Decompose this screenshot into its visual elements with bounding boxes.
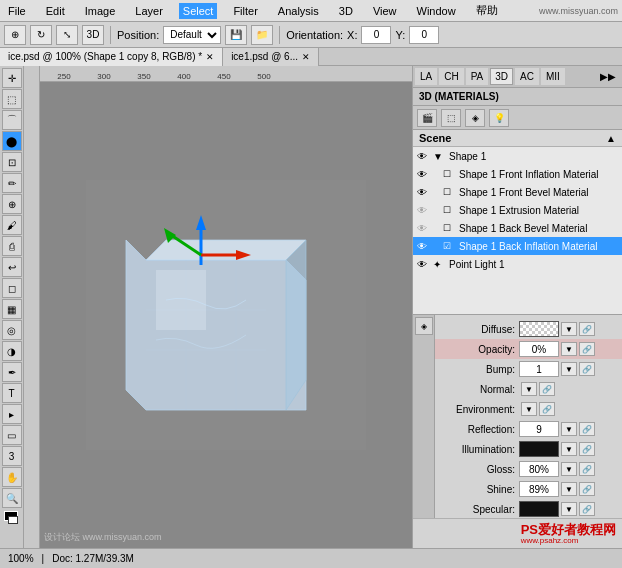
toolbar-save-btn[interactable]: 💾: [225, 25, 247, 45]
menu-edit[interactable]: Edit: [42, 3, 69, 19]
panel-material-btn[interactable]: ◈: [465, 109, 485, 127]
tree-item-front-bevel[interactable]: 👁 ☐ Shape 1 Front Bevel Material: [413, 183, 622, 201]
reflection-link-btn[interactable]: 🔗: [579, 422, 595, 436]
tool-crop[interactable]: ⊡: [2, 152, 22, 172]
opacity-link-btn[interactable]: 🔗: [579, 342, 595, 356]
y-input[interactable]: [409, 26, 439, 44]
scene-collapse-btn[interactable]: ▲: [606, 133, 616, 144]
tree-item-back-bevel[interactable]: 👁 ☐ Shape 1 Back Bevel Material: [413, 219, 622, 237]
panel-tab-3d[interactable]: 3D: [490, 68, 513, 85]
tool-3d[interactable]: 3: [2, 446, 22, 466]
panel-tab-ac[interactable]: AC: [515, 68, 539, 85]
menu-window[interactable]: Window: [413, 3, 460, 19]
diffuse-swatch[interactable]: [519, 321, 559, 337]
tree-item-point-light[interactable]: 👁 ✦ Point Light 1: [413, 255, 622, 273]
eye-icon-bb[interactable]: 👁: [417, 223, 431, 234]
menu-select[interactable]: Select: [179, 3, 218, 19]
tool-pen[interactable]: ✒: [2, 362, 22, 382]
menu-help[interactable]: 帮助: [472, 1, 502, 20]
gloss-options-btn[interactable]: ▼: [561, 462, 577, 476]
toolbar-3d-btn[interactable]: 3D: [82, 25, 104, 45]
tool-eraser[interactable]: ◻: [2, 278, 22, 298]
mat-diffuse-tool[interactable]: ◈: [415, 317, 433, 335]
env-options-btn[interactable]: ▼: [521, 402, 537, 416]
specular-link-btn[interactable]: 🔗: [579, 502, 595, 516]
normal-options-btn[interactable]: ▼: [521, 382, 537, 396]
tool-zoom[interactable]: 🔍: [2, 488, 22, 508]
normal-link-btn[interactable]: 🔗: [539, 382, 555, 396]
menu-3d[interactable]: 3D: [335, 3, 357, 19]
tool-type[interactable]: T: [2, 383, 22, 403]
panel-scene-btn[interactable]: 🎬: [417, 109, 437, 127]
eye-icon-fb[interactable]: 👁: [417, 187, 431, 198]
tool-marquee[interactable]: ⬚: [2, 89, 22, 109]
illumination-options-btn[interactable]: ▼: [561, 442, 577, 456]
tool-blur[interactable]: ◎: [2, 320, 22, 340]
tool-hand[interactable]: ✋: [2, 467, 22, 487]
menu-analysis[interactable]: Analysis: [274, 3, 323, 19]
tool-path-select[interactable]: ▸: [2, 404, 22, 424]
toolbar-load-btn[interactable]: 📁: [251, 25, 273, 45]
tree-item-front-inflation[interactable]: 👁 ☐ Shape 1 Front Inflation Material: [413, 165, 622, 183]
panel-tab-ch[interactable]: CH: [439, 68, 463, 85]
illumination-swatch[interactable]: [519, 441, 559, 457]
menu-view[interactable]: View: [369, 3, 401, 19]
foreground-background-colors[interactable]: [2, 511, 22, 527]
menu-image[interactable]: Image: [81, 3, 120, 19]
shine-link-btn[interactable]: 🔗: [579, 482, 595, 496]
tool-stamp[interactable]: ⎙: [2, 236, 22, 256]
eye-icon-ex[interactable]: 👁: [417, 205, 431, 216]
tool-quick-select[interactable]: ⬤: [2, 131, 22, 151]
tab-close-2[interactable]: ✕: [302, 52, 310, 62]
menu-filter[interactable]: Filter: [229, 3, 261, 19]
position-select[interactable]: Default: [163, 26, 221, 44]
tool-shape[interactable]: ▭: [2, 425, 22, 445]
panel-tab-la[interactable]: LA: [415, 68, 437, 85]
shine-options-btn[interactable]: ▼: [561, 482, 577, 496]
tree-item-extrusion[interactable]: 👁 ☐ Shape 1 Extrusion Material: [413, 201, 622, 219]
tool-brush[interactable]: 🖌: [2, 215, 22, 235]
tree-item-shape1[interactable]: 👁 ▼ Shape 1: [413, 147, 622, 165]
tool-heal[interactable]: ⊕: [2, 194, 22, 214]
diffuse-options-btn[interactable]: ▼: [561, 322, 577, 336]
menu-layer[interactable]: Layer: [131, 3, 167, 19]
reflection-input[interactable]: [519, 421, 559, 437]
tool-dodge[interactable]: ◑: [2, 341, 22, 361]
toolbar-rotate-btn[interactable]: ↻: [30, 25, 52, 45]
eye-icon-fi[interactable]: 👁: [417, 169, 431, 180]
diffuse-link-btn[interactable]: 🔗: [579, 322, 595, 336]
tool-move[interactable]: ✛: [2, 68, 22, 88]
toolbar-scale-btn[interactable]: ⤡: [56, 25, 78, 45]
tab-ice1-psd[interactable]: ice1.psd @ 6... ✕: [223, 48, 319, 66]
panel-mesh-btn[interactable]: ⬚: [441, 109, 461, 127]
illumination-link-btn[interactable]: 🔗: [579, 442, 595, 456]
bump-input[interactable]: [519, 361, 559, 377]
bump-link-btn[interactable]: 🔗: [579, 362, 595, 376]
env-link-btn[interactable]: 🔗: [539, 402, 555, 416]
x-input[interactable]: [361, 26, 391, 44]
eye-icon-pl[interactable]: 👁: [417, 259, 431, 270]
gloss-link-btn[interactable]: 🔗: [579, 462, 595, 476]
panel-tab-mii[interactable]: MII: [541, 68, 565, 85]
gloss-input[interactable]: [519, 461, 559, 477]
reflection-options-btn[interactable]: ▼: [561, 422, 577, 436]
panel-tab-pa[interactable]: PA: [466, 68, 489, 85]
tool-eyedropper[interactable]: ✏: [2, 173, 22, 193]
panel-light-btn[interactable]: 💡: [489, 109, 509, 127]
specular-swatch[interactable]: [519, 501, 559, 517]
eye-icon-bi[interactable]: 👁: [417, 241, 431, 252]
opacity-options-btn[interactable]: ▼: [561, 342, 577, 356]
tree-item-back-inflation[interactable]: 👁 ☑ Shape 1 Back Inflation Material: [413, 237, 622, 255]
shine-input[interactable]: [519, 481, 559, 497]
tab-close-1[interactable]: ✕: [206, 52, 214, 62]
tool-lasso[interactable]: ⌒: [2, 110, 22, 130]
panel-expand-btn[interactable]: ▶▶: [596, 71, 620, 82]
tool-history-brush[interactable]: ↩: [2, 257, 22, 277]
opacity-input[interactable]: [519, 341, 559, 357]
bump-options-btn[interactable]: ▼: [561, 362, 577, 376]
tab-ice-psd[interactable]: ice.psd @ 100% (Shape 1 copy 8, RGB/8) *…: [0, 48, 223, 66]
menu-file[interactable]: File: [4, 3, 30, 19]
tool-gradient[interactable]: ▦: [2, 299, 22, 319]
toolbar-move-btn[interactable]: ⊕: [4, 25, 26, 45]
eye-icon-shape1[interactable]: 👁: [417, 151, 431, 162]
